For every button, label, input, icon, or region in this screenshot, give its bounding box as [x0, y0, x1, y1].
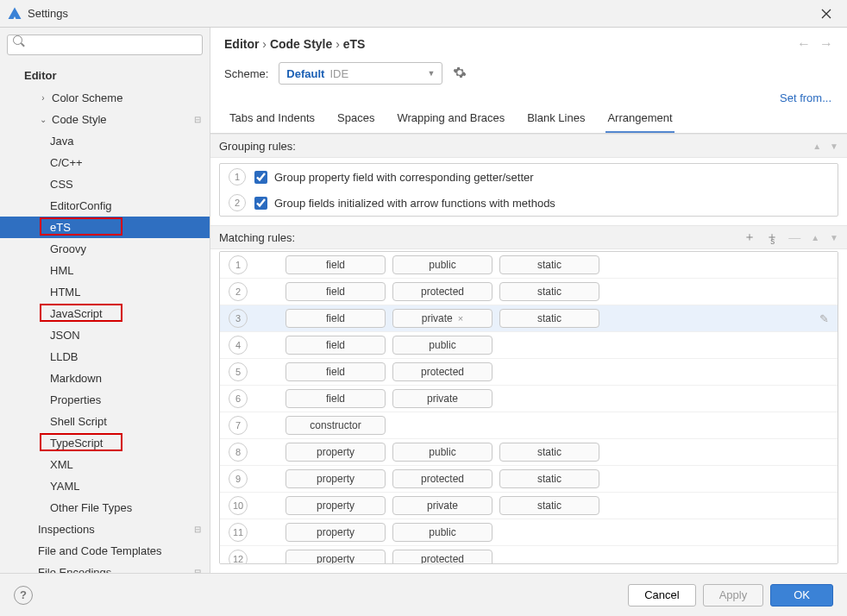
matching-header: Matching rules: ＋ ＋s — ▲ ▼	[210, 225, 847, 249]
help-button[interactable]: ?	[14, 586, 33, 605]
nav-back-icon[interactable]: ←	[797, 36, 811, 52]
cancel-button[interactable]: Cancel	[628, 584, 695, 607]
rule-pill-static[interactable]: static	[499, 496, 599, 515]
sidebar-item-editorconfig[interactable]: EditorConfig	[0, 195, 210, 217]
nav-forward-icon[interactable]: →	[819, 36, 833, 52]
sidebar-item-c-c-[interactable]: C/C++	[0, 152, 210, 173]
rule-pill-field[interactable]: field	[285, 362, 386, 381]
remove-rule-icon[interactable]: —	[788, 230, 800, 244]
sidebar-item-file-encodings[interactable]: File Encodings⊟	[0, 562, 210, 573]
remove-pill-icon[interactable]: ×	[458, 313, 463, 324]
rule-pill-static[interactable]: static	[499, 255, 599, 274]
scheme-select[interactable]: Default IDE ▼	[279, 62, 442, 85]
set-from-link[interactable]: Set from...	[780, 91, 831, 104]
scope-icon: ⊟	[194, 115, 201, 124]
sidebar-item-inspections[interactable]: Inspections⊟	[0, 519, 210, 540]
add-section-rule-icon[interactable]: ＋s	[766, 229, 778, 245]
matching-rule-row[interactable]: 10propertyprivatestatic	[220, 493, 838, 519]
sidebar-item-lldb[interactable]: LLDB	[0, 346, 210, 368]
tab-spaces[interactable]: Spaces	[336, 111, 376, 133]
sidebar-item-yaml[interactable]: YAML	[0, 475, 210, 497]
sidebar-item-groovy[interactable]: Groovy	[0, 238, 210, 260]
rule-pill-property[interactable]: property	[285, 523, 386, 542]
rule-number: 9	[229, 469, 248, 488]
matching-rule-row[interactable]: 2fieldprotectedstatic	[220, 279, 838, 305]
add-rule-icon[interactable]: ＋	[743, 229, 756, 245]
sidebar-item-code-style[interactable]: ⌄Code Style⊟	[0, 109, 210, 130]
apply-button[interactable]: Apply	[703, 584, 764, 607]
edit-rule-icon[interactable]: ✎	[819, 312, 829, 325]
move-down-icon[interactable]: ▼	[830, 233, 838, 242]
ok-button[interactable]: OK	[770, 584, 833, 607]
close-button[interactable]	[812, 0, 840, 28]
matching-rule-row[interactable]: 4fieldpublic	[220, 332, 838, 359]
rule-number: 1	[229, 255, 248, 274]
sidebar-item-markdown[interactable]: Markdown	[0, 368, 210, 389]
breadcrumb: Editor › Code Style › eTS	[224, 37, 365, 51]
collapse-down-icon[interactable]: ▼	[830, 141, 838, 151]
collapse-up-icon[interactable]: ▲	[812, 141, 821, 151]
rule-pill-constructor[interactable]: constructor	[285, 416, 386, 435]
sidebar-item-properties[interactable]: Properties	[0, 389, 210, 411]
sidebar-item-file-and-code-templates[interactable]: File and Code Templates	[0, 540, 210, 562]
rule-pill-protected[interactable]: protected	[392, 550, 493, 564]
rule-pill-public[interactable]: public	[392, 336, 493, 355]
gear-icon[interactable]	[453, 66, 467, 82]
sidebar-item-hml[interactable]: HML	[0, 260, 210, 281]
sidebar-item-color-scheme[interactable]: ›Color Scheme	[0, 87, 210, 109]
rule-pill-protected[interactable]: protected	[392, 362, 493, 381]
rule-pill-field[interactable]: field	[285, 282, 386, 301]
rule-pill-static[interactable]: static	[499, 469, 599, 488]
rule-pill-public[interactable]: public	[392, 443, 493, 462]
sidebar-item-typescript[interactable]: TypeScript	[0, 432, 210, 454]
tab-tabs-and-indents[interactable]: Tabs and Indents	[228, 111, 317, 133]
matching-rule-row[interactable]: 7constructor	[220, 412, 838, 439]
rule-pill-field[interactable]: field	[285, 389, 386, 408]
rule-pill-private[interactable]: private	[392, 496, 493, 515]
search-input[interactable]	[7, 35, 203, 55]
matching-rule-row[interactable]: 12propertyprotected	[220, 546, 838, 564]
grouping-rule-row: 2Group fields initialized with arrow fun…	[220, 190, 838, 216]
matching-rule-row[interactable]: 5fieldprotected	[220, 359, 838, 386]
sidebar-item-json[interactable]: JSON	[0, 324, 210, 346]
rule-number: 11	[229, 523, 248, 542]
rule-pill-property[interactable]: property	[285, 469, 386, 488]
rule-pill-static[interactable]: static	[499, 443, 599, 462]
rule-checkbox[interactable]	[254, 171, 267, 184]
sidebar-item-shell-script[interactable]: Shell Script	[0, 411, 210, 432]
tab-arrangement[interactable]: Arrangement	[605, 111, 674, 133]
rule-pill-property[interactable]: property	[285, 550, 386, 564]
sidebar-item-ets[interactable]: eTS	[0, 217, 210, 238]
sidebar-item-xml[interactable]: XML	[0, 454, 210, 475]
move-up-icon[interactable]: ▲	[811, 233, 819, 242]
rule-pill-public[interactable]: public	[392, 523, 493, 542]
sidebar-item-html[interactable]: HTML	[0, 281, 210, 303]
tab-wrapping-and-braces[interactable]: Wrapping and Braces	[395, 111, 506, 133]
rule-pill-field[interactable]: field	[285, 336, 386, 355]
rule-pill-field[interactable]: field	[285, 255, 386, 274]
matching-rule-row[interactable]: 3fieldprivate×static✎	[220, 305, 838, 332]
sidebar-item-other-file-types[interactable]: Other File Types	[0, 497, 210, 519]
sidebar: Editor ›Color Scheme⌄Code Style⊟JavaC/C+…	[0, 28, 210, 573]
rule-pill-static[interactable]: static	[499, 309, 599, 328]
tree-item-label: C/C++	[50, 156, 83, 169]
rule-pill-protected[interactable]: protected	[392, 282, 493, 301]
rule-pill-property[interactable]: property	[285, 443, 386, 462]
rule-pill-field[interactable]: field	[285, 309, 386, 328]
rule-checkbox[interactable]	[254, 197, 267, 210]
matching-rule-row[interactable]: 9propertyprotectedstatic	[220, 466, 838, 493]
rule-pill-property[interactable]: property	[285, 496, 386, 515]
rule-pill-static[interactable]: static	[499, 282, 599, 301]
matching-rule-row[interactable]: 8propertypublicstatic	[220, 439, 838, 466]
tab-blank-lines[interactable]: Blank Lines	[525, 111, 587, 133]
rule-pill-private[interactable]: private×	[392, 309, 493, 328]
matching-rule-row[interactable]: 1fieldpublicstatic	[220, 252, 838, 279]
rule-pill-public[interactable]: public	[392, 255, 493, 274]
matching-rule-row[interactable]: 6fieldprivate	[220, 386, 838, 412]
sidebar-item-java[interactable]: Java	[0, 130, 210, 152]
sidebar-item-javascript[interactable]: JavaScript	[0, 303, 210, 324]
sidebar-item-css[interactable]: CSS	[0, 173, 210, 195]
matching-rule-row[interactable]: 11propertypublic	[220, 519, 838, 546]
rule-pill-protected[interactable]: protected	[392, 469, 493, 488]
rule-pill-private[interactable]: private	[392, 389, 493, 408]
